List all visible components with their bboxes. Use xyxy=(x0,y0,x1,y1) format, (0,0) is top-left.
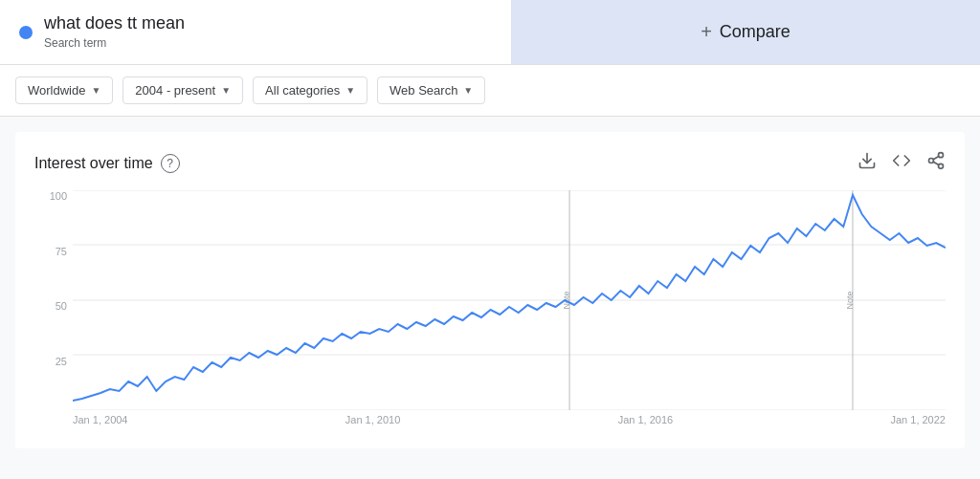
x-label-2010: Jan 1, 2010 xyxy=(345,414,401,425)
location-chevron-icon: ▼ xyxy=(91,85,100,96)
time-range-label: 2004 - present xyxy=(135,83,215,98)
compare-label: Compare xyxy=(720,22,791,42)
location-label: Worldwide xyxy=(28,83,85,98)
share-icon[interactable] xyxy=(926,151,946,175)
y-label-100: 100 xyxy=(50,190,67,202)
compare-panel[interactable]: + Compare xyxy=(511,0,980,64)
y-label-25: 25 xyxy=(56,356,67,367)
search-term-title: what does tt mean xyxy=(44,13,185,33)
location-filter[interactable]: Worldwide ▼ xyxy=(15,76,113,104)
chart-wrapper: 100 75 50 25 Note Note xyxy=(34,190,946,439)
svg-line-5 xyxy=(933,156,939,159)
y-label-75: 75 xyxy=(56,246,67,257)
y-label-50: 50 xyxy=(56,300,67,312)
chart-title: Interest over time xyxy=(34,155,153,172)
chart-actions xyxy=(858,151,946,175)
chart-header: Interest over time ? xyxy=(34,151,946,175)
search-term-panel: what does tt mean Search term xyxy=(0,0,511,64)
filter-bar: Worldwide ▼ 2004 - present ▼ All categor… xyxy=(0,65,980,117)
compare-plus-icon: + xyxy=(701,21,712,43)
help-icon[interactable]: ? xyxy=(161,154,180,173)
x-label-2022: Jan 1, 2022 xyxy=(890,414,946,425)
search-term-label: Search term xyxy=(44,36,106,50)
category-filter[interactable]: All categories ▼ xyxy=(253,76,368,104)
svg-line-4 xyxy=(933,162,939,164)
x-label-2004: Jan 1, 2004 xyxy=(73,414,128,425)
svg-text:Note: Note xyxy=(845,291,855,309)
search-type-filter[interactable]: Web Search ▼ xyxy=(377,76,485,104)
x-axis: Jan 1, 2004 Jan 1, 2010 Jan 1, 2016 Jan … xyxy=(73,410,946,439)
search-term-text: what does tt mean Search term xyxy=(44,13,185,51)
time-range-chevron-icon: ▼ xyxy=(221,85,231,96)
search-term-dot xyxy=(19,26,33,39)
category-label: All categories xyxy=(265,83,340,98)
search-type-chevron-icon: ▼ xyxy=(463,85,473,96)
y-axis: 100 75 50 25 xyxy=(34,190,73,410)
search-type-label: Web Search xyxy=(390,83,457,98)
time-range-filter[interactable]: 2004 - present ▼ xyxy=(122,76,243,104)
x-label-2016: Jan 1, 2016 xyxy=(618,414,674,425)
chart-title-group: Interest over time ? xyxy=(34,154,180,173)
embed-icon[interactable] xyxy=(892,151,911,175)
chart-svg-area: Note Note xyxy=(73,190,946,410)
top-bar: what does tt mean Search term + Compare xyxy=(0,0,980,65)
chart-section: Interest over time ? xyxy=(15,132,965,448)
download-icon[interactable] xyxy=(858,151,877,175)
category-chevron-icon: ▼ xyxy=(345,85,355,96)
